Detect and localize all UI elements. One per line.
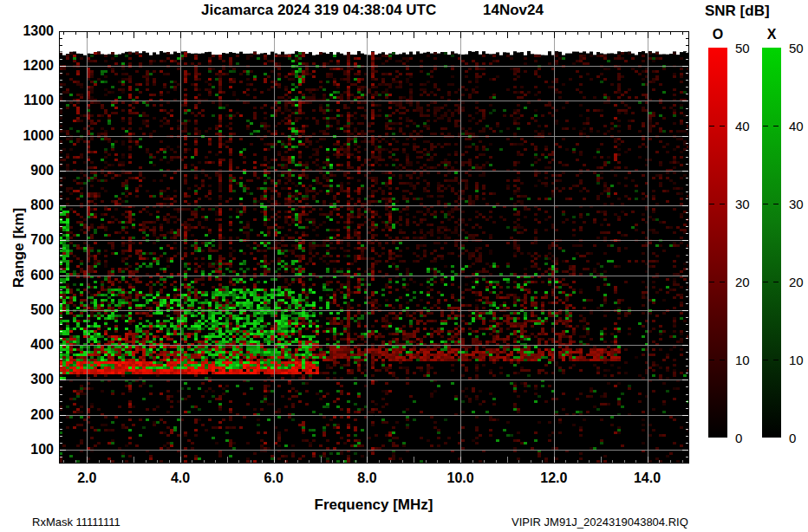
ionogram-canvas	[59, 31, 689, 464]
colorbar-tick-label: 40	[735, 119, 750, 133]
colorbar-tick-label: 0	[789, 431, 796, 445]
colorbar-tick-dash	[773, 204, 779, 204]
colorbar-tick-dash	[709, 126, 714, 127]
colorbar-tick-label: 10	[735, 353, 750, 367]
colorbar-tick-dash	[763, 126, 768, 127]
colorbar-tick-label: 20	[789, 275, 804, 289]
ionogram-page: Jicamarca 2024 319 04:38:04 UTC 14Nov24 …	[0, 0, 808, 532]
colorbar-tick-dash	[709, 282, 714, 282]
x-colorbar	[762, 48, 781, 438]
colorbar-tick-label: 10	[789, 353, 804, 367]
colorbar-tick-label: 50	[735, 41, 750, 55]
colorbar-tick-dash	[763, 360, 768, 360]
y-tick-label: 1000	[0, 128, 54, 144]
y-tick-label: 1200	[0, 58, 54, 74]
plot-title: Jicamarca 2024 319 04:38:04 UTC	[201, 2, 436, 19]
x-mode-label: X	[762, 27, 781, 42]
o-mode-label: O	[708, 27, 727, 42]
colorbar-tick-label: 30	[789, 197, 804, 211]
y-tick-label: 900	[0, 163, 54, 178]
colorbar-title: SNR [dB]	[705, 3, 770, 20]
colorbar-tick-dash	[773, 282, 779, 282]
colorbar-tick-dash	[773, 126, 779, 127]
rxmask-text: RxMask 11111111	[32, 516, 121, 529]
x-tick-label: 4.0	[154, 470, 206, 486]
plot-date: 14Nov24	[483, 2, 544, 19]
x-tick-label: 12.0	[528, 470, 580, 486]
colorbar-tick-dash	[720, 282, 725, 282]
x-tick-label: 6.0	[248, 470, 300, 486]
colorbar-tick-dash	[709, 360, 714, 360]
y-axis-label: Range [km]	[10, 200, 28, 295]
y-tick-label: 500	[0, 302, 54, 318]
o-colorbar	[708, 48, 727, 438]
y-tick-label: 200	[0, 407, 54, 423]
colorbar-tick-dash	[773, 360, 779, 360]
x-tick-label: 14.0	[622, 470, 674, 486]
colorbar-tick-label: 50	[789, 41, 804, 55]
colorbar-tick-dash	[709, 204, 714, 204]
y-tick-label: 100	[0, 442, 54, 457]
colorbar-tick-dash	[763, 204, 768, 204]
colorbar-tick-dash	[720, 360, 725, 360]
y-tick-label: 1100	[0, 93, 54, 108]
x-tick-label: 8.0	[341, 470, 393, 486]
colorbar-tick-label: 0	[735, 431, 742, 445]
x-axis-label: Frequency [MHz]	[313, 496, 434, 514]
colorbar-tick-label: 30	[735, 197, 750, 211]
x-tick-label: 10.0	[434, 470, 486, 486]
colorbar-tick-dash	[720, 126, 725, 127]
y-tick-label: 400	[0, 337, 54, 353]
x-tick-label: 2.0	[61, 470, 113, 486]
y-tick-label: 300	[0, 372, 54, 387]
colorbar-tick-dash	[720, 204, 725, 204]
colorbar-tick-label: 20	[735, 275, 750, 289]
y-tick-label: 1300	[0, 23, 54, 39]
colorbar-tick-label: 40	[789, 119, 804, 133]
colorbar-tick-dash	[763, 282, 768, 282]
file-id-text: VIPIR JM91J_2024319043804.RIQ	[512, 516, 688, 529]
